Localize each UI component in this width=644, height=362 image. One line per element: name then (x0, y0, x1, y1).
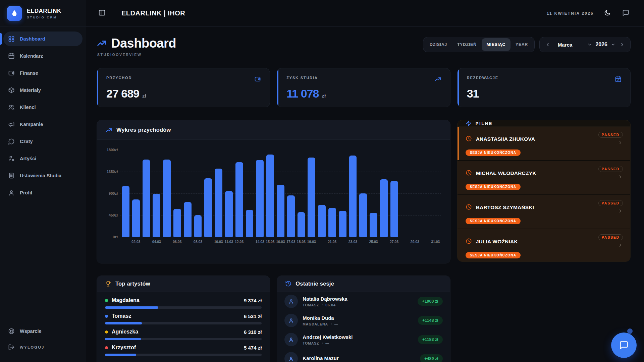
theme-toggle-button[interactable] (602, 8, 612, 19)
tab-tydzień[interactable]: TYDZIEŃ (452, 38, 482, 51)
session-row[interactable]: Natalia Dąbrowska TOMASZ06.04 +1000 zł (277, 292, 450, 311)
sidebar-item-label: Materiały (20, 87, 41, 93)
bar[interactable] (215, 169, 222, 237)
stat-card-rezerwacje: REZERWACJE 31 (457, 68, 631, 107)
sidebar-item-wyloguj[interactable]: WYLOGUJ (3, 340, 83, 355)
bar[interactable] (132, 199, 140, 237)
session-row[interactable]: Karolina Mazur +489 zł (277, 349, 450, 362)
topbar-divider (114, 8, 114, 18)
tab-dzisiaj[interactable]: DZISIAJ (425, 38, 452, 51)
chat-fab-button[interactable] (611, 333, 637, 358)
tab-miesiąc[interactable]: MIESIĄC (482, 38, 511, 51)
bar[interactable] (370, 213, 377, 237)
bar[interactable] (339, 211, 346, 237)
month-select[interactable]: Marca (558, 42, 572, 48)
x-axis-tick: 16.03 (275, 240, 286, 244)
chart-day-15.03 (265, 150, 275, 237)
bar[interactable] (246, 210, 254, 237)
bar[interactable] (184, 202, 192, 237)
tab-year[interactable]: YEAR (511, 38, 533, 51)
bar[interactable] (380, 179, 388, 237)
progress-track (105, 322, 262, 324)
bar[interactable] (194, 215, 202, 237)
bar[interactable] (235, 162, 243, 237)
sidebar-item-dashboard[interactable]: Dashboard (3, 32, 83, 46)
sidebar-item-kalendarz[interactable]: Kalendarz (3, 49, 83, 63)
chevron-down-icon[interactable] (610, 42, 616, 48)
artist-row: Agnieszka 6 310 zł (105, 329, 262, 340)
bar[interactable] (266, 155, 274, 237)
bar[interactable] (173, 209, 181, 237)
y-axis-tick: 450zł (102, 213, 118, 217)
chart-day-25.03 (368, 150, 379, 237)
chart-day-01.03 (120, 150, 131, 237)
period-tabs: DZISIAJ TYDZIEŃ MIESIĄC YEAR (423, 37, 535, 52)
bar[interactable] (122, 186, 129, 237)
urgent-list: ANASTASIIA ZHUKOVA PASSED SESJA NIEUKOŃC… (458, 127, 630, 262)
urgent-item[interactable]: BARTOSZ SZYMAŃSKI PASSED SESJA NIEUKOŃCZ… (458, 195, 630, 229)
bar[interactable] (318, 205, 326, 237)
bar[interactable] (163, 160, 171, 237)
status-badge: PASSED (598, 234, 623, 240)
page-subtitle: STUDIOOVERVIEW (97, 53, 176, 57)
sidebar-item-ustawienia-studia[interactable]: Ustawienia Studia (3, 168, 83, 183)
bar[interactable] (225, 191, 233, 237)
bar[interactable] (308, 158, 315, 237)
sidebar-item-profil[interactable]: Profil (3, 185, 83, 200)
urgent-item[interactable]: MICHAŁ WŁODARCZYK PASSED SESJA NIEUKOŃCZ… (458, 161, 630, 195)
bar[interactable] (287, 195, 295, 237)
sidebar-item-label: Artyści (20, 156, 36, 161)
bar[interactable] (153, 194, 160, 237)
sidebar-item-label: Czaty (20, 139, 33, 144)
x-axis-tick: 17.03 (286, 240, 296, 244)
x-axis-tick: 06.03 (172, 240, 182, 244)
status-badge: PASSED (598, 200, 623, 206)
bar[interactable] (256, 160, 264, 237)
messages-button[interactable] (621, 8, 631, 19)
status-badge: PASSED (598, 132, 623, 138)
bar[interactable] (277, 185, 284, 237)
bar[interactable] (390, 181, 398, 237)
chart-day-04.03 (151, 150, 162, 237)
artist-earnings: 6 310 zł (244, 329, 262, 335)
artist-list: Magdalena 9 374 zł Tomasz 6 531 zł Agnie… (97, 292, 270, 356)
chevron-down-icon[interactable] (587, 42, 593, 48)
session-row[interactable]: Andrzej Kwiatkowski TOMASZ— +1183 zł (277, 330, 450, 349)
recent-sessions-title: Ostatnie sesje (296, 281, 334, 287)
chevron-right-icon (618, 174, 623, 179)
x-axis-tick (162, 240, 172, 244)
sidebar-item-czaty[interactable]: Czaty (3, 134, 83, 149)
session-client-name: Natalia Dąbrowska (303, 296, 347, 302)
prev-month-button[interactable] (544, 41, 551, 48)
chevron-right-icon (620, 42, 625, 47)
bar[interactable] (143, 160, 150, 237)
sidebar-item-wsparcie[interactable]: Wsparcie (3, 324, 83, 339)
sidebar-toggle-button[interactable] (96, 7, 108, 19)
chart-day-13.03 (245, 150, 255, 237)
main-area: ELDARLINK | IHOR 11 KWIETNIA 2026 (86, 0, 644, 362)
x-axis-tick: 18.03 (296, 240, 307, 244)
sidebar-item-finanse[interactable]: Finanse (3, 66, 83, 80)
next-month-button[interactable] (619, 41, 626, 48)
bar[interactable] (298, 212, 305, 237)
sidebar-item-kampanie[interactable]: Kampanie (3, 117, 83, 132)
bar[interactable] (349, 156, 357, 237)
urgent-item[interactable]: JULIA WOŹNIAK PASSED SESJA NIEUKOŃCZONA (458, 229, 630, 262)
message-square-icon (622, 9, 629, 16)
progress-track (105, 306, 262, 309)
recent-sessions-card: Ostatnie sesje Natalia Dąbrowska TOMASZ0… (277, 276, 450, 362)
wallet-icon (8, 70, 15, 76)
bar[interactable] (328, 208, 336, 237)
sidebar-item-klienci[interactable]: Klienci (3, 100, 83, 115)
sidebar-item-artysci[interactable]: Artyści (3, 151, 83, 166)
year-select[interactable]: 2026 (595, 42, 607, 48)
session-row[interactable]: Monika Duda MAGDALENA— +1148 zł (277, 311, 450, 330)
sidebar-item-label: Wsparcie (20, 328, 41, 334)
urgent-item[interactable]: ANASTASIIA ZHUKOVA PASSED SESJA NIEUKOŃC… (458, 127, 630, 161)
bar[interactable] (359, 193, 367, 237)
progress-fill (105, 306, 158, 309)
chart-day-06.03 (172, 150, 182, 237)
sidebar-item-materialy[interactable]: Materiały (3, 83, 83, 98)
bar[interactable] (204, 178, 212, 237)
artist-row: Tomasz 6 531 zł (105, 313, 262, 324)
